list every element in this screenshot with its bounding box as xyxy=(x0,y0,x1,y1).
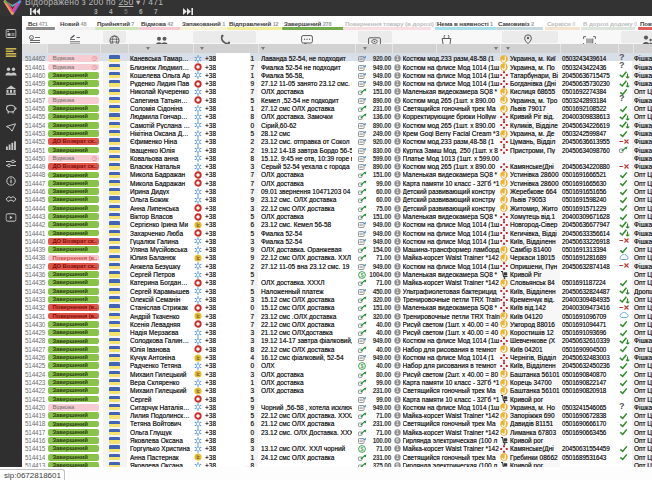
svg-text:c: c xyxy=(31,35,33,39)
